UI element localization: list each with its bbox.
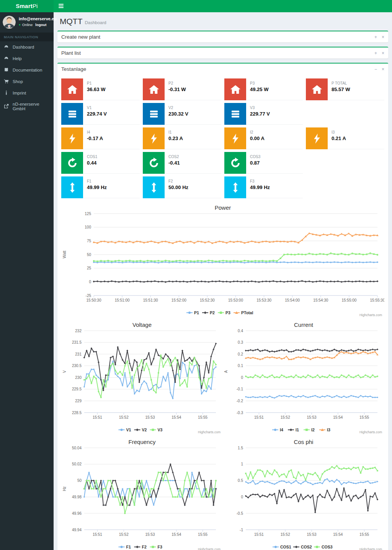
- sidebar-link-dashboard[interactable]: Dashboard: [0, 41, 54, 53]
- legend-item-F3[interactable]: F3: [150, 545, 162, 549]
- legend-item-P3[interactable]: P3: [218, 310, 230, 315]
- legend-item-P2[interactable]: P2: [202, 310, 215, 315]
- cart-icon: [4, 79, 9, 84]
- svg-text:Frequency: Frequency: [129, 439, 156, 445]
- legend-item-P1[interactable]: P1: [186, 310, 199, 315]
- svg-text:49.96: 49.96: [72, 511, 82, 516]
- logout-link[interactable]: logout: [35, 23, 46, 27]
- tile-f2: F250.00 Hz: [143, 176, 221, 198]
- svg-text:100: 100: [85, 225, 91, 229]
- svg-text:15:51:00: 15:51:00: [115, 298, 130, 302]
- chart-credits[interactable]: Highcharts.com: [198, 430, 220, 434]
- chart-credits[interactable]: Highcharts.com: [359, 313, 382, 317]
- legend-item-F2[interactable]: F2: [134, 545, 147, 549]
- nav-section-label: MAIN NAVIGATION: [0, 33, 54, 41]
- sidebar-link-documentation[interactable]: Documentation: [0, 64, 54, 76]
- tile-value: 50.00 Hz: [168, 184, 220, 190]
- tile-value: 49.99 Hz: [87, 184, 138, 190]
- collapse-icon[interactable]: −: [374, 67, 377, 72]
- panel-create-new-plant: Create new plant + ×: [57, 31, 388, 42]
- svg-text:15:55:00: 15:55:00: [341, 298, 356, 302]
- svg-text:Power: Power: [215, 204, 231, 211]
- tile-body: COS30.87: [246, 152, 303, 174]
- bolt-icon: [143, 127, 165, 149]
- sidebar-nav: DashboardHelpDocumentationShopImprintnD-…: [0, 41, 54, 114]
- top-navbar: SmartPi: [0, 0, 392, 12]
- svg-text:15:51: 15:51: [93, 532, 102, 537]
- sidebar-link-help[interactable]: Help: [0, 53, 54, 64]
- expand-icon[interactable]: +: [374, 35, 377, 39]
- chart-credits[interactable]: Highcharts.com: [359, 430, 382, 434]
- tile-label: V3: [250, 106, 301, 110]
- svg-text:0.4: 0.4: [238, 329, 243, 333]
- tile-spacer: [306, 152, 384, 174]
- expand-icon[interactable]: +: [374, 51, 377, 55]
- svg-text:-0.3: -0.3: [237, 411, 243, 415]
- svg-text:49.94: 49.94: [72, 528, 82, 532]
- sidebar-toggle-button[interactable]: [54, 0, 68, 12]
- svg-text:75: 75: [87, 239, 91, 243]
- tile-label: COS3: [250, 155, 301, 159]
- chart-credits[interactable]: Highcharts.com: [198, 547, 220, 550]
- sidebar-link-shop[interactable]: Shop: [0, 76, 54, 87]
- current-chart-svg: 0.40.30.20.10-0.1-0.2-0.315:5115:5215:53…: [223, 319, 384, 435]
- legend-item-COS2[interactable]: COS2: [293, 545, 312, 549]
- home-icon: [224, 78, 246, 100]
- legend-item-V2[interactable]: V2: [134, 428, 147, 432]
- svg-text:A: A: [224, 370, 228, 373]
- svg-text:15:53: 15:53: [307, 415, 316, 419]
- legend-item-PTotal[interactable]: PTotal: [234, 310, 253, 315]
- legend-item-V1[interactable]: V1: [119, 428, 131, 432]
- close-icon[interactable]: ×: [382, 51, 384, 55]
- frequency-chart-svg: 50.0450.025049.9849.9649.9415:5115:5215:…: [61, 436, 223, 550]
- chart-credits[interactable]: Highcharts.com: [359, 547, 382, 550]
- tile-body: P349.25 W: [246, 78, 303, 100]
- legend-item-I1[interactable]: I1: [288, 428, 299, 432]
- svg-text:15:54:30: 15:54:30: [313, 298, 328, 302]
- sidebar-link-nd-enerserve-gmbh[interactable]: nD-enerserve GmbH: [0, 99, 54, 114]
- tile-cos3: COS30.87: [224, 152, 303, 174]
- sidebar-link-imprint[interactable]: Imprint: [0, 87, 54, 99]
- tile-value: 0.23 A: [168, 135, 220, 141]
- svg-text:15:51:30: 15:51:30: [143, 298, 158, 302]
- tile-body: V3229.77 V: [246, 103, 303, 125]
- sidebar-item-documentation: Documentation: [0, 64, 54, 76]
- bolt-icon: [61, 127, 83, 149]
- legend-item-COS1[interactable]: COS1: [273, 545, 291, 549]
- svg-text:15:54: 15:54: [172, 532, 181, 537]
- tile-label: COS1: [87, 155, 138, 159]
- legend-item-V3[interactable]: V3: [150, 428, 163, 432]
- sidebar-item-nd-enerserve-gmbh: nD-enerserve GmbH: [0, 99, 54, 114]
- svg-text:PTotal: PTotal: [241, 310, 253, 315]
- legend-item-F1[interactable]: F1: [119, 545, 131, 549]
- legend-item-COS3[interactable]: COS3: [314, 545, 333, 549]
- panel-testanlage: Testanlage − × P136.63 WP2-0.31 WP349.25…: [57, 63, 388, 550]
- home-icon: [61, 78, 83, 100]
- legend-item-I4[interactable]: I4: [272, 428, 283, 432]
- tile-body: F250.00 Hz: [165, 176, 221, 198]
- tile-label: F1: [87, 179, 138, 183]
- tile-cos1: COS10.44: [61, 152, 140, 174]
- legend-item-I3[interactable]: I3: [319, 428, 330, 432]
- arrows-v-icon: [224, 176, 246, 198]
- close-icon[interactable]: ×: [382, 35, 384, 39]
- sidebar-item-label: Imprint: [13, 91, 26, 95]
- legend-item-I2[interactable]: I2: [304, 428, 315, 432]
- tile-value: 49.25 W: [250, 86, 301, 92]
- content-header: MQTTDashboard: [57, 15, 388, 31]
- svg-text:P3: P3: [225, 310, 230, 315]
- sidebar-item-label: nD-enerserve GmbH: [13, 102, 50, 111]
- svg-text:0.1: 0.1: [238, 364, 243, 368]
- svg-text:230: 230: [75, 375, 82, 380]
- bolt-icon: [224, 127, 246, 149]
- tile-label: COS2: [168, 155, 220, 159]
- bolt-icon: [306, 127, 328, 149]
- svg-text:49.98: 49.98: [72, 495, 82, 499]
- svg-text:15:54: 15:54: [333, 415, 343, 419]
- close-icon[interactable]: ×: [382, 67, 384, 72]
- app-logo[interactable]: SmartPi: [0, 0, 54, 12]
- svg-text:0.3: 0.3: [238, 340, 243, 344]
- repeat-icon: [143, 152, 165, 174]
- tile-value: 229.74 V: [87, 111, 138, 117]
- panel-title: Plant list: [61, 50, 81, 56]
